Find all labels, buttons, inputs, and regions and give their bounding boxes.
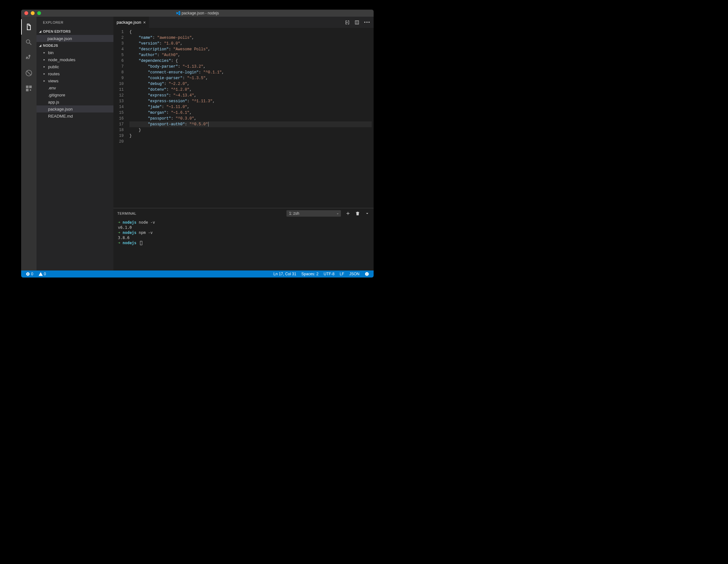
explorer-activity[interactable]: [21, 19, 37, 35]
status-warnings[interactable]: 0: [37, 272, 47, 276]
tree-item-label: public: [48, 64, 59, 69]
tree-item-label: app.js: [48, 100, 59, 104]
file-item[interactable]: app.js: [37, 98, 113, 105]
chevron-down-icon[interactable]: [365, 211, 370, 216]
status-feedback[interactable]: [363, 272, 370, 276]
trash-icon[interactable]: [355, 211, 360, 216]
source-control-icon: [25, 54, 33, 62]
tree-item-label: package.json: [48, 107, 73, 112]
close-window-button[interactable]: [24, 11, 28, 15]
folder-item[interactable]: ▸public: [37, 63, 113, 70]
project-label: NODEJS: [43, 44, 58, 47]
tree-item-label: .env: [48, 86, 56, 90]
tree-item-label: views: [48, 79, 59, 83]
svg-point-2: [365, 272, 369, 276]
chevron-right-icon: ▸: [44, 79, 48, 82]
code-content[interactable]: { "name": "awesome-polls", "version": "1…: [129, 28, 374, 208]
status-language[interactable]: JSON: [348, 272, 361, 276]
chevron-right-icon: ▸: [44, 65, 48, 68]
file-item[interactable]: .env: [37, 84, 113, 91]
tree-item-label: bin: [48, 50, 54, 55]
chevron-down-icon: ◢: [38, 44, 43, 47]
smiley-icon: [365, 272, 369, 276]
folder-item[interactable]: ▸views: [37, 77, 113, 84]
split-editor-icon[interactable]: [354, 20, 360, 25]
tree-item-label: routes: [48, 71, 60, 76]
editor-group: package.json × ••• 123456789101112131415…: [113, 17, 374, 270]
tree-item-label: node_modules: [48, 57, 75, 62]
status-cursor[interactable]: Ln 17, Col 31: [272, 272, 297, 276]
svg-point-3: [366, 273, 367, 274]
maximize-window-button[interactable]: [37, 11, 41, 15]
tree-item-label: README.md: [48, 114, 73, 119]
files-icon: [25, 23, 33, 31]
line-number-gutter: 1234567891011121314151617181920: [113, 28, 129, 208]
vscode-icon: [176, 11, 180, 15]
chevron-right-icon: ▸: [44, 58, 48, 61]
status-spaces[interactable]: Spaces: 2: [300, 272, 320, 276]
search-icon: [25, 38, 33, 46]
open-editors-section[interactable]: ◢ OPEN EDITORS: [37, 28, 113, 35]
editor-body: 1234567891011121314151617181920 { "name"…: [113, 28, 374, 208]
tab-label: package.json: [117, 20, 141, 25]
titlebar: package.json - nodejs: [21, 10, 374, 17]
minimap[interactable]: [372, 28, 374, 208]
file-item[interactable]: .gitignore: [37, 91, 113, 98]
terminal-header: TERMINAL 1: zsh: [113, 208, 374, 219]
tree-item-label: .gitignore: [48, 93, 65, 97]
terminal-select[interactable]: 1: zsh: [286, 210, 341, 217]
folder-item[interactable]: ▸node_modules: [37, 56, 113, 63]
status-errors[interactable]: 0: [24, 272, 35, 276]
project-section[interactable]: ◢ NODEJS: [37, 42, 113, 49]
plus-icon[interactable]: [345, 211, 351, 216]
debug-activity[interactable]: [21, 65, 37, 81]
open-editor-item[interactable]: package.json: [37, 35, 113, 42]
close-tab-icon[interactable]: ×: [143, 20, 146, 25]
compare-icon[interactable]: [345, 20, 350, 25]
bug-icon: [25, 69, 33, 77]
minimize-window-button[interactable]: [31, 11, 35, 15]
main-area: EXPLORER ◢ OPEN EDITORS package.json ◢ N…: [21, 17, 374, 270]
editor-pane[interactable]: 1234567891011121314151617181920 { "name"…: [113, 28, 374, 208]
terminal-selector[interactable]: 1: zsh: [286, 210, 341, 217]
open-editors-label: OPEN EDITORS: [43, 29, 71, 33]
editor-actions: •••: [345, 17, 370, 28]
chevron-down-icon: ◢: [38, 30, 43, 33]
file-item[interactable]: package.json: [37, 105, 113, 112]
chevron-right-icon: ▸: [44, 51, 48, 54]
more-actions-icon[interactable]: •••: [364, 20, 370, 25]
window-title: package.json - nodejs: [21, 11, 374, 15]
warning-icon: [38, 272, 43, 276]
vscode-window: package.json - nodejs EXPLORER: [21, 10, 374, 278]
activity-bar: [21, 17, 37, 270]
tab-bar: package.json × •••: [113, 17, 374, 28]
explorer-title: EXPLORER: [37, 17, 113, 28]
explorer-sidebar: EXPLORER ◢ OPEN EDITORS package.json ◢ N…: [37, 17, 113, 270]
traffic-lights: [21, 11, 41, 15]
status-eol[interactable]: LF: [338, 272, 345, 276]
svg-point-4: [367, 273, 368, 274]
search-activity[interactable]: [21, 35, 37, 50]
chevron-right-icon: ▸: [44, 72, 48, 75]
status-encoding[interactable]: UTF-8: [322, 272, 336, 276]
terminal-title: TERMINAL: [117, 211, 137, 215]
folder-item[interactable]: ▸bin: [37, 49, 113, 56]
extensions-activity[interactable]: [21, 81, 37, 96]
error-icon: [26, 272, 30, 276]
status-bar: 0 0 Ln 17, Col 31 Spaces: 2 UTF-8 LF JSO…: [21, 270, 374, 278]
terminal-body[interactable]: ➜ nodejs node -vv6.1.0➜ nodejs npm -v3.8…: [113, 219, 374, 270]
scm-activity[interactable]: [21, 50, 37, 65]
extensions-icon: [25, 85, 33, 92]
tab-package-json[interactable]: package.json ×: [113, 17, 149, 28]
terminal-panel: TERMINAL 1: zsh ➜ nodejs node -vv6.1.0➜ …: [113, 208, 374, 270]
file-item[interactable]: README.md: [37, 112, 113, 120]
folder-item[interactable]: ▸routes: [37, 70, 113, 77]
